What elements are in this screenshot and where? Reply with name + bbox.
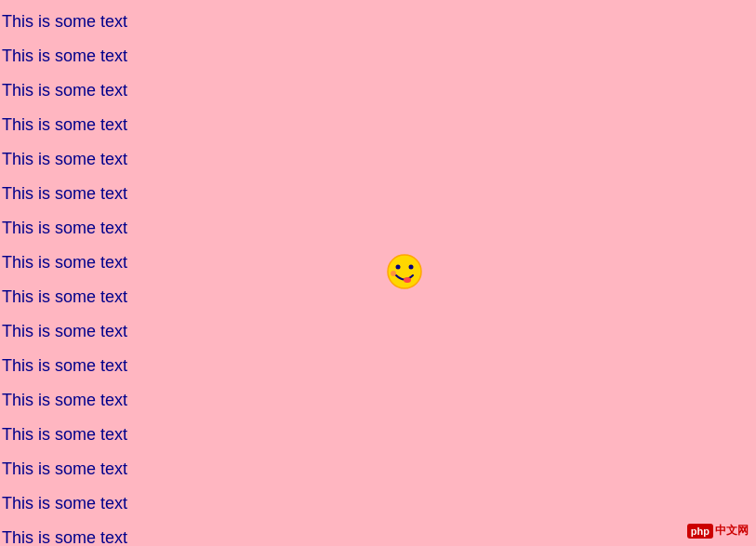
text-item: This is some text: [0, 73, 756, 108]
text-item: This is some text: [0, 108, 756, 142]
watermark-php-label: php: [687, 524, 713, 539]
text-item: This is some text: [0, 383, 756, 418]
text-item: This is some text: [0, 177, 756, 211]
text-item: This is some text: [0, 486, 756, 521]
text-item: This is some text: [0, 39, 756, 73]
svg-point-1: [396, 265, 401, 270]
text-item: This is some text: [0, 349, 756, 383]
svg-point-3: [404, 277, 411, 283]
watermark-site-label: 中文网: [715, 523, 749, 539]
watermark: php 中文网: [687, 523, 749, 539]
text-item: This is some text: [0, 418, 756, 452]
text-item: This is some text: [0, 246, 756, 280]
text-item: This is some text: [0, 142, 756, 177]
text-item: This is some text: [0, 280, 756, 314]
text-list: This is some textThis is some textThis i…: [0, 0, 756, 546]
text-item: This is some text: [0, 521, 756, 546]
text-item: This is some text: [0, 5, 756, 39]
text-item: This is some text: [0, 211, 756, 246]
svg-point-4: [391, 271, 396, 276]
text-item: This is some text: [0, 452, 756, 486]
svg-point-2: [409, 265, 414, 270]
text-item: This is some text: [0, 314, 756, 349]
smiley-icon: [386, 253, 423, 290]
